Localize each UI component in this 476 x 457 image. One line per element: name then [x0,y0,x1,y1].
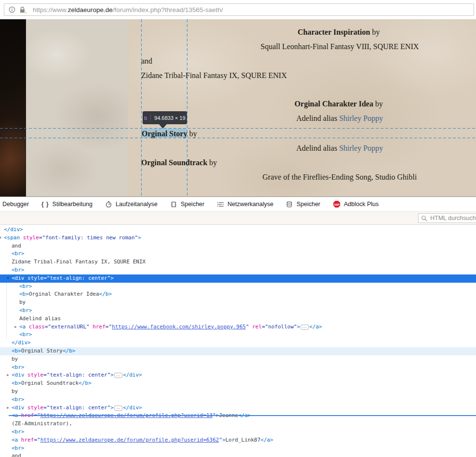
markup-row[interactable]: ▶<a class="externalURL" href="https://ww… [0,323,476,331]
expand-arrow-icon[interactable]: ▶ [5,371,11,379]
markup-row[interactable]: ▶<div style="text-align: center">…</div> [0,371,476,379]
markup-row[interactable]: ▼<div style="text-align: center"> [0,274,476,283]
tooltip-divider [150,115,151,121]
page-text-line: Adelind alias Shirley Poppy [296,144,383,153]
markup-row[interactable]: <b>Orginal Charakter Idea</b> [0,290,476,299]
code-tag: > [110,405,114,411]
tab-label: Speicher [296,201,320,208]
devtools-tab-debugger[interactable]: Debugger [2,197,29,211]
code-tag: </a> [309,324,322,330]
markup-search-box[interactable] [418,213,476,223]
code-attr: href [18,437,34,443]
row-flash-underline [9,415,476,416]
markup-row[interactable]: and [0,452,476,457]
page-text-line: Orginal Charakter Idea by [294,99,383,108]
code-tag: </a> [261,437,274,443]
page-viewport: Character Inspiration bySquall Leonhart-… [0,19,476,196]
code-tag: <div [12,372,25,378]
code-tag: <span [4,235,20,241]
memory-chip-icon [170,201,177,208]
page-info-icon[interactable] [9,6,15,13]
markup-row[interactable]: <br> [0,250,476,258]
code-tag: <b> [12,348,21,354]
tab-label: Adblock Plus [344,201,379,208]
page-text: by [187,130,197,138]
page-text: Squall Leonhart-Final Fantasy VIII, SQUR… [261,42,419,51]
markup-row[interactable]: <br> [0,283,476,291]
markup-row[interactable]: by [0,388,476,396]
browser-window: https://www.zeldaeurope.de/forum/index.p… [0,0,476,457]
markup-row[interactable]: <br> [0,396,476,404]
markup-row[interactable]: ▶<div style="text-align: center">…</div> [0,404,476,412]
tab-label: Laufzeitanalyse [116,201,158,208]
code-tag: </b> [79,380,92,386]
page-text-line: Squall Leonhart-Final Fantasy VIII, SQUR… [261,42,419,51]
markup-row[interactable]: <b>Orginal Soundtrack</b> [0,379,476,388]
url-prefix: https://www. [33,6,68,13]
code-tag: <div [12,405,25,411]
code-attr: style [20,235,39,241]
url-bar[interactable]: https://www.zeldaeurope.de/forum/index.p… [4,3,474,16]
markup-row[interactable]: <br> [0,428,476,436]
devtools-tab-storage[interactable]: Speicher [286,197,320,211]
collapsed-content-icon[interactable]: … [114,405,122,411]
code-val: ="externalURL" [45,324,90,330]
expand-arrow-icon[interactable]: ▶ [5,404,11,412]
code-tag: </b> [99,291,112,297]
code-attr: href [90,324,106,330]
collapse-arrow-icon[interactable]: ▼ [5,274,11,283]
code-tag: <br> [19,331,32,338]
markup-row[interactable]: Adelind alias [0,315,476,323]
collapse-arrow-icon[interactable]: ▼ [0,234,3,242]
markup-row[interactable]: <br> [0,444,476,453]
page-content: Character Inspiration bySquall Leonhart-… [0,19,476,196]
markup-row[interactable]: <b>Orginal Story</b> [0,347,476,355]
collapsed-content-icon[interactable]: … [114,373,122,378]
markup-row[interactable]: <br> [0,266,476,274]
devtools-tab-performance[interactable]: Laufzeitanalyse [105,197,158,211]
markup-row[interactable]: <br> [0,331,476,339]
mixed-content-lock-icon[interactable] [19,6,27,13]
devtools-tab-memory[interactable]: Speicher [170,197,204,211]
devtools-tab-style-editor[interactable]: { } Stilbearbeitung [41,197,93,211]
page-link[interactable]: Shirley Poppy [339,144,383,152]
markup-row[interactable]: and [0,242,476,250]
abp-icon: ABP [333,200,341,208]
code-attr: style [25,275,44,281]
markup-row[interactable]: <br> [0,364,476,372]
devtools-tab-bar: Debugger { } Stilbearbeitung Laufzeitana… [0,197,476,212]
markup-row[interactable]: by [0,299,476,307]
code-text: and [12,453,21,457]
code-text: and [12,243,21,249]
collapsed-content-icon[interactable]: … [301,325,309,330]
devtools-tab-adblock-plus[interactable]: ABP Adblock Plus [333,197,379,211]
code-text: Orginal Soundtrack [21,380,79,386]
code-text: Lord_Link87 [225,437,261,443]
url-domain: zeldaeurope.de [68,6,113,13]
markup-row[interactable]: (ZE-Administrator), [0,420,476,428]
markup-row[interactable]: </div> [0,226,476,234]
code-text: (ZE-Administrator), [12,420,72,427]
devtools-toolbar [0,212,476,225]
expand-arrow-icon[interactable]: ▶ [13,323,18,331]
page-link[interactable]: Shirley Poppy [339,114,383,122]
tooltip-tag-name: b [144,115,147,121]
page-text-line: Orginal Story by [142,129,197,138]
devtools-tab-network[interactable]: Netzwerkanalyse [217,197,273,211]
page-text: Zidane Tribal-Final Fantasy IX, SQURE EN… [141,71,287,79]
tab-label: Stilbearbeitung [53,201,93,208]
markup-row[interactable]: <br> [0,307,476,315]
markup-row[interactable]: by [0,355,476,364]
code-link: https://www.zeldaeurope.de/forum/profile… [40,437,219,443]
markup-search-input[interactable] [429,214,476,222]
stopwatch-icon [105,201,112,208]
code-tag: > [110,372,114,378]
tooltip-dimensions: 94.6833 × 19 [154,115,185,121]
markup-row[interactable]: <a href="https://www.zeldaeurope.de/foru… [0,436,476,444]
code-tag: <br> [19,307,32,313]
markup-row[interactable]: </div> [0,339,476,347]
code-text: Adelind alias [19,315,61,322]
markup-row[interactable]: ▼<span style="font-family: times new rom… [0,234,476,242]
markup-row[interactable]: Zidane Tribal-Final Fantasy IX, SQURE EN… [0,258,476,266]
page-text-line: Orginal Soundtrack by [141,158,217,167]
